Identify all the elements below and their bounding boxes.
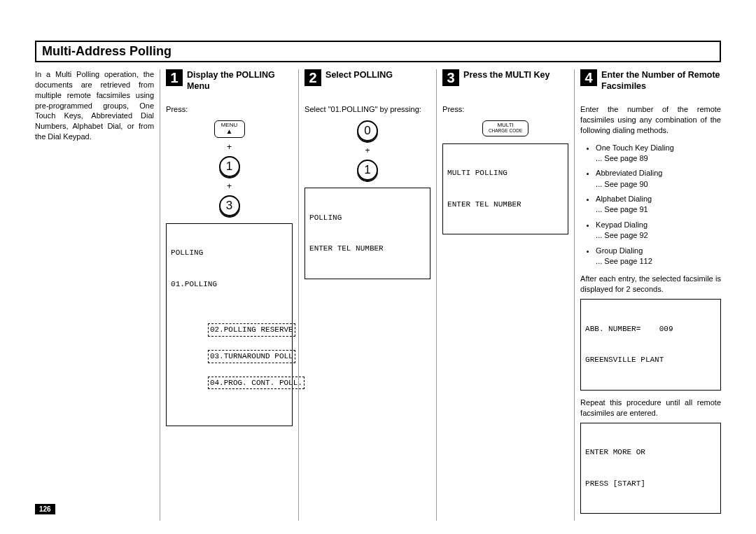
step-2-title: Select POLLING	[326, 69, 393, 81]
step-1-keys: MENU▲ + 1 + 3	[166, 120, 293, 216]
keypad-1-button: 1	[357, 160, 378, 181]
step-3-press: Press:	[442, 104, 568, 115]
step-3-display: MULTI POLLING ENTER TEL NUMBER	[442, 143, 568, 235]
plus-sign: +	[227, 142, 232, 152]
section-title: Multi-Address Polling	[35, 41, 721, 62]
step-4-title: Enter the Number of Remote Facsimiles	[601, 69, 721, 92]
step-2-column: 2 Select POLLING Select "01.POLLING" by …	[299, 69, 437, 521]
multi-key: MULTICHARGE CODE	[482, 120, 528, 136]
step-2-instruction: Select "01.POLLING" by pressing:	[304, 104, 430, 115]
keypad-3-button: 3	[219, 195, 240, 216]
step-2-header: 2 Select POLLING	[304, 69, 430, 96]
keypad-1-button: 1	[219, 156, 240, 177]
step-4-display-a: ABB. NUMBER= 009 GREENSVILLE PLANT	[580, 299, 721, 391]
step-3-column: 3 Press the MULTI Key Press: MULTICHARGE…	[437, 69, 575, 521]
step-2-display: POLLING ENTER TEL NUMBER	[304, 188, 430, 279]
step-4-header: 4 Enter the Number of Remote Facsimiles	[580, 69, 721, 96]
content-columns: In a Multi Polling operation, the docume…	[35, 69, 721, 521]
step-4-number: 4	[580, 69, 597, 86]
list-item: Abbreviated Dialing... See page 90	[596, 168, 721, 190]
step-2-keys: 0 + 1	[304, 120, 430, 181]
display-line: ENTER MORE OR	[585, 447, 716, 458]
intro-column: In a Multi Polling operation, the docume…	[35, 69, 160, 521]
step-3-number: 3	[442, 69, 459, 86]
step-1-display: POLLING 01.POLLING 02.POLLING RESERVE 03…	[166, 223, 293, 426]
display-line: POLLING	[309, 213, 426, 223]
display-line: PRESS [START]	[585, 479, 716, 489]
display-line: MULTI POLLING	[447, 168, 564, 178]
step-4-intro: Enter the number of the remote facsimile…	[580, 104, 721, 136]
page-number: 126	[35, 504, 55, 514]
step-1-title: Display the POLLING Menu	[187, 69, 293, 92]
display-line: POLLING	[171, 248, 288, 258]
keypad-0-button: 0	[357, 120, 378, 141]
step-3-keys: MULTICHARGE CODE	[442, 120, 568, 136]
step-1-header: 1 Display the POLLING Menu	[166, 69, 293, 96]
display-line: GREENSVILLE PLANT	[585, 355, 716, 365]
list-item: Keypad Dialing... See page 92	[596, 220, 721, 241]
display-line: 01.POLLING	[171, 279, 288, 290]
display-line: ENTER TEL NUMBER	[447, 199, 564, 210]
step-4-display-b: ENTER MORE OR PRESS [START]	[580, 423, 721, 514]
step-1-press: Press:	[166, 104, 293, 115]
list-item: Group Dialing... See page 112	[596, 246, 721, 267]
plus-sign: +	[227, 181, 232, 191]
step-4-after-text: After each entry, the selected facsimile…	[580, 274, 721, 295]
step-3-title: Press the MULTI Key	[463, 69, 550, 81]
step-3-header: 3 Press the MULTI Key	[442, 69, 568, 96]
display-line: ABB. NUMBER= 009	[585, 324, 716, 335]
step-4-repeat-text: Repeat this procedure until all remote f…	[580, 398, 721, 419]
list-item: Alphabet Dialing... See page 91	[596, 194, 721, 216]
dialing-method-list: One Touch Key Dialing... See page 89 Abb…	[580, 143, 721, 267]
arrow-up-icon: ▲	[226, 127, 233, 135]
step-1-number: 1	[166, 69, 183, 86]
display-dashed-line: 03.TURNAROUND POLL	[208, 350, 295, 363]
plus-sign: +	[365, 146, 370, 155]
list-item: One Touch Key Dialing... See page 89	[596, 143, 721, 164]
menu-key: MENU▲	[214, 120, 245, 138]
step-2-number: 2	[304, 69, 321, 86]
display-dashed-line: 02.POLLING RESERVE	[208, 323, 295, 337]
intro-text: In a Multi Polling operation, the docume…	[35, 69, 154, 142]
display-line: ENTER TEL NUMBER	[309, 244, 426, 254]
step-4-column: 4 Enter the Number of Remote Facsimiles …	[575, 69, 721, 521]
display-dashed-line: 04.PROG. CONT. POLL.	[208, 377, 304, 390]
step-1-column: 1 Display the POLLING Menu Press: MENU▲ …	[160, 69, 299, 521]
